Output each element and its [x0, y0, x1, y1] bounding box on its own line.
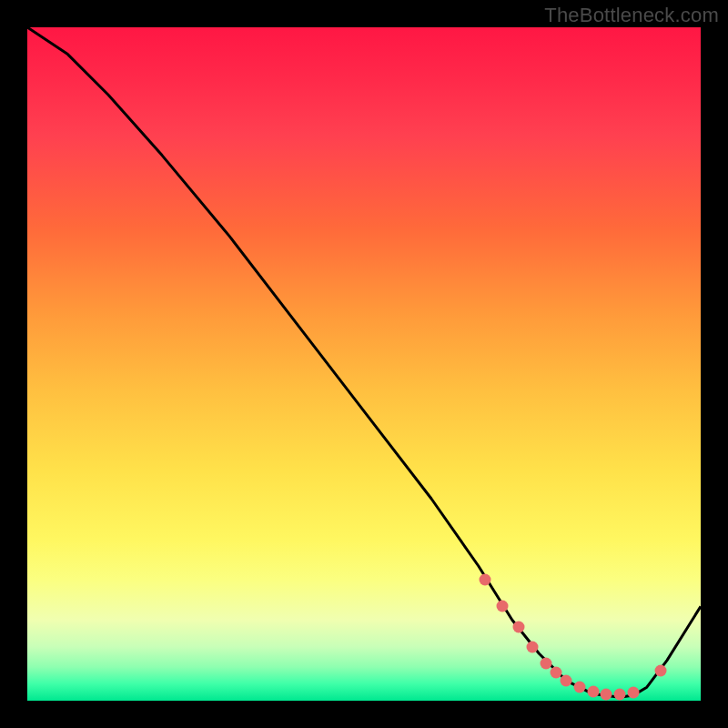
marker-dot [561, 674, 572, 686]
marker-dot [587, 686, 599, 698]
marker-dot [601, 688, 612, 700]
marker-dot [614, 688, 626, 700]
marker-dot [628, 687, 640, 699]
marker-dot [573, 682, 585, 693]
bottleneck-curve [27, 27, 701, 697]
chart-area [27, 27, 701, 701]
attribution-text: TheBottleneck.com [544, 4, 719, 27]
marker-dot [527, 641, 539, 652]
marker-dot [654, 664, 666, 676]
curve-svg [27, 27, 701, 701]
marker-dot [540, 658, 551, 670]
marker-dot [513, 621, 525, 632]
marker-dot [480, 573, 491, 585]
marker-dot [496, 601, 508, 612]
